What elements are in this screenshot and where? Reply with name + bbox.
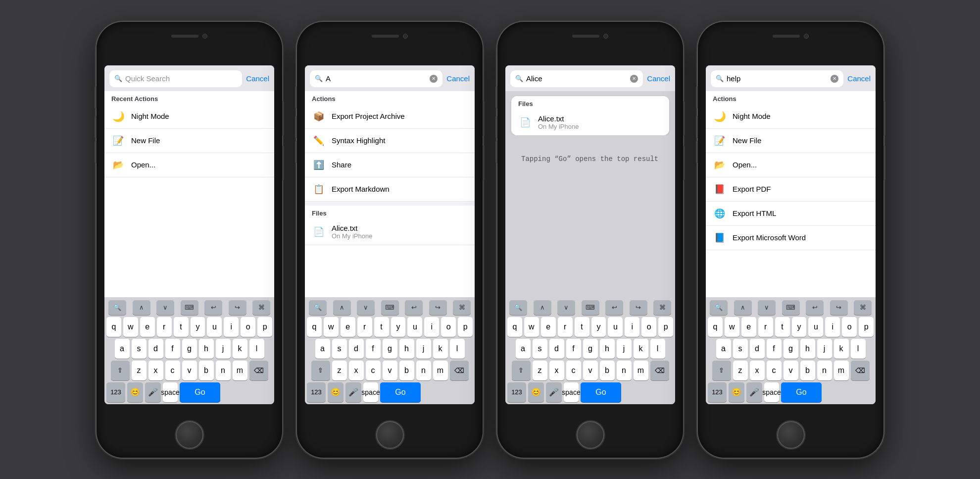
search-input-container-4[interactable]: 🔍 help ✕	[711, 70, 843, 87]
key-w[interactable]: w	[725, 317, 739, 337]
toolbar-down-4[interactable]: ∨	[758, 300, 776, 315]
key-delete[interactable]: ⌫	[851, 361, 870, 380]
key-m[interactable]: m	[834, 361, 849, 380]
search-input-container-1[interactable]: 🔍 Quick Search	[109, 70, 242, 87]
key-c[interactable]: c	[165, 361, 180, 380]
list-item[interactable]: 📄 Alice.txt On My iPhone	[511, 109, 669, 135]
key-e[interactable]: e	[341, 317, 355, 337]
key-delete[interactable]: ⌫	[650, 361, 669, 380]
toolbar-undo[interactable]: ↩	[204, 300, 222, 315]
key-f[interactable]: f	[165, 339, 180, 359]
list-item[interactable]: 🌐 Export HTML	[706, 202, 876, 226]
key-b[interactable]: b	[399, 361, 414, 380]
list-item[interactable]: 📄 Alice.txt On My iPhone	[305, 219, 475, 245]
key-go[interactable]: Go	[180, 382, 220, 402]
key-z[interactable]: z	[533, 361, 547, 380]
key-d[interactable]: d	[148, 339, 163, 359]
key-g[interactable]: g	[583, 339, 598, 359]
search-input-container-3[interactable]: 🔍 Alice ✕	[510, 70, 643, 87]
key-a[interactable]: a	[716, 339, 731, 359]
key-t[interactable]: t	[575, 317, 589, 337]
key-l[interactable]: l	[249, 339, 264, 359]
cancel-button-1[interactable]: Cancel	[246, 74, 269, 83]
clear-button-3[interactable]: ✕	[630, 75, 638, 83]
key-i[interactable]: i	[825, 317, 840, 337]
key-d[interactable]: d	[349, 339, 364, 359]
key-j[interactable]: j	[617, 339, 632, 359]
key-g[interactable]: g	[182, 339, 197, 359]
key-k[interactable]: k	[834, 339, 849, 359]
key-k[interactable]: k	[233, 339, 247, 359]
key-p[interactable]: p	[658, 317, 673, 337]
key-w[interactable]: w	[123, 317, 138, 337]
toolbar-keyboard-4[interactable]: ⌨	[782, 300, 800, 315]
home-button-2[interactable]	[376, 421, 404, 449]
key-v[interactable]: v	[182, 361, 197, 380]
key-go[interactable]: Go	[380, 382, 421, 402]
key-o[interactable]: o	[241, 317, 255, 337]
key-v[interactable]: v	[383, 361, 397, 380]
toolbar-down-3[interactable]: ∨	[557, 300, 575, 315]
key-z[interactable]: z	[332, 361, 347, 380]
key-space[interactable]: space	[564, 382, 579, 402]
key-emoji[interactable]: 😊	[127, 382, 143, 402]
key-emoji[interactable]: 😊	[328, 382, 343, 402]
key-k[interactable]: k	[433, 339, 448, 359]
toolbar-keyboard-2[interactable]: ⌨	[381, 300, 399, 315]
toolbar-keyboard-3[interactable]: ⌨	[582, 300, 599, 315]
key-p[interactable]: p	[458, 317, 473, 337]
key-shift[interactable]: ⇧	[512, 361, 531, 380]
key-x[interactable]: x	[549, 361, 564, 380]
key-a[interactable]: a	[315, 339, 330, 359]
toolbar-redo[interactable]: ↪	[229, 300, 246, 315]
key-m[interactable]: m	[233, 361, 247, 380]
key-123[interactable]: 123	[507, 382, 526, 402]
key-c[interactable]: c	[366, 361, 381, 380]
cancel-button-3[interactable]: Cancel	[647, 74, 670, 83]
toolbar-down-2[interactable]: ∨	[357, 300, 375, 315]
key-a[interactable]: a	[115, 339, 130, 359]
key-t[interactable]: t	[174, 317, 189, 337]
home-button-1[interactable]	[176, 421, 203, 449]
key-s[interactable]: s	[132, 339, 147, 359]
key-y[interactable]: y	[792, 317, 807, 337]
key-i[interactable]: i	[424, 317, 439, 337]
key-t[interactable]: t	[775, 317, 790, 337]
key-m[interactable]: m	[433, 361, 448, 380]
toolbar-search-4[interactable]: 🔍	[710, 300, 728, 315]
key-b[interactable]: b	[800, 361, 815, 380]
key-w[interactable]: w	[324, 317, 339, 337]
toolbar-search-3[interactable]: 🔍	[509, 300, 527, 315]
key-h[interactable]: h	[399, 339, 414, 359]
key-b[interactable]: b	[199, 361, 214, 380]
key-y[interactable]: y	[591, 317, 606, 337]
toolbar-cmd[interactable]: ⌘	[252, 300, 270, 315]
list-item[interactable]: 🌙 Night Mode	[706, 105, 876, 129]
key-q[interactable]: q	[708, 317, 723, 337]
key-p[interactable]: p	[257, 317, 272, 337]
key-n[interactable]: n	[617, 361, 632, 380]
key-delete[interactable]: ⌫	[249, 361, 268, 380]
list-item[interactable]: 📦 Export Project Archive	[305, 105, 475, 129]
home-button-3[interactable]	[577, 421, 604, 449]
cancel-button-2[interactable]: Cancel	[446, 74, 470, 83]
toolbar-undo-3[interactable]: ↩	[605, 300, 623, 315]
key-t[interactable]: t	[374, 317, 389, 337]
key-j[interactable]: j	[216, 339, 231, 359]
toolbar-search[interactable]: 🔍	[108, 300, 126, 315]
key-shift[interactable]: ⇧	[311, 361, 330, 380]
home-button-4[interactable]	[777, 421, 805, 449]
key-f[interactable]: f	[366, 339, 381, 359]
list-item[interactable]: 📂 Open...	[706, 153, 876, 177]
key-g[interactable]: g	[383, 339, 397, 359]
clear-button-2[interactable]: ✕	[430, 75, 438, 83]
key-delete[interactable]: ⌫	[450, 361, 469, 380]
key-g[interactable]: g	[784, 339, 798, 359]
key-mic[interactable]: 🎤	[746, 382, 762, 402]
key-q[interactable]: q	[106, 317, 121, 337]
key-v[interactable]: v	[583, 361, 598, 380]
key-y[interactable]: y	[391, 317, 406, 337]
key-z[interactable]: z	[733, 361, 748, 380]
key-l[interactable]: l	[650, 339, 665, 359]
key-go[interactable]: Go	[581, 382, 621, 402]
